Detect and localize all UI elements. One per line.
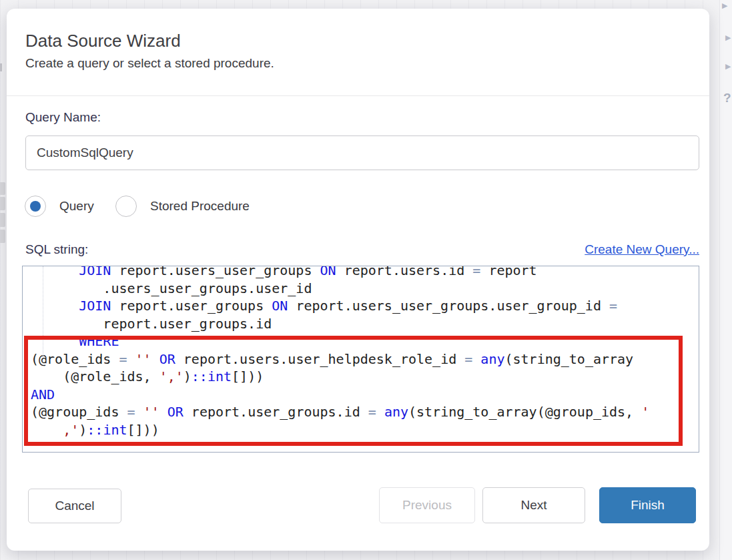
next-button[interactable]: Next [482, 487, 585, 523]
sql-editor[interactable]: JOIN report.users_user_groups ON report.… [22, 266, 699, 453]
radio-button-stored-procedure-icon [115, 196, 137, 217]
radio-selected-dot [30, 201, 41, 212]
query-name-label: Query Name: [25, 110, 101, 125]
dialog-title: Data Source Wizard [25, 31, 181, 51]
background-toolbar-block [0, 213, 5, 227]
help-icon: ? [723, 91, 731, 104]
query-name-input[interactable] [25, 135, 699, 170]
previous-button[interactable]: Previous [379, 487, 475, 523]
radio-option-query[interactable]: Query [25, 196, 94, 217]
radio-query-label: Query [59, 199, 94, 214]
header-divider [7, 95, 709, 96]
data-source-wizard-dialog: Data Source Wizard Create a query or sel… [7, 9, 709, 551]
background-toolbar-block [0, 63, 2, 71]
background-toolbar-block [0, 182, 5, 195]
background-right-rail [719, 0, 732, 560]
radio-option-stored-procedure[interactable]: Stored Procedure [115, 196, 250, 217]
radio-stored-procedure-label: Stored Procedure [150, 199, 250, 214]
background-toolbar-block [0, 230, 5, 243]
expand-arrow-icon: ▶ [722, 2, 727, 9]
expand-arrow-icon: ▶ [725, 63, 731, 70]
expand-arrow-icon: ▶ [725, 34, 731, 41]
sql-string-label: SQL string: [25, 242, 88, 257]
sql-code: JOIN report.users_user_groups ON report.… [31, 266, 699, 439]
dialog-subtitle: Create a query or select a stored proced… [25, 56, 274, 71]
cancel-button[interactable]: Cancel [28, 489, 121, 523]
finish-button[interactable]: Finish [599, 487, 696, 523]
radio-button-query-icon [25, 196, 46, 217]
background-toolbar-block [0, 197, 5, 210]
indent-guide [43, 266, 43, 357]
create-new-query-link[interactable]: Create New Query... [585, 242, 699, 257]
